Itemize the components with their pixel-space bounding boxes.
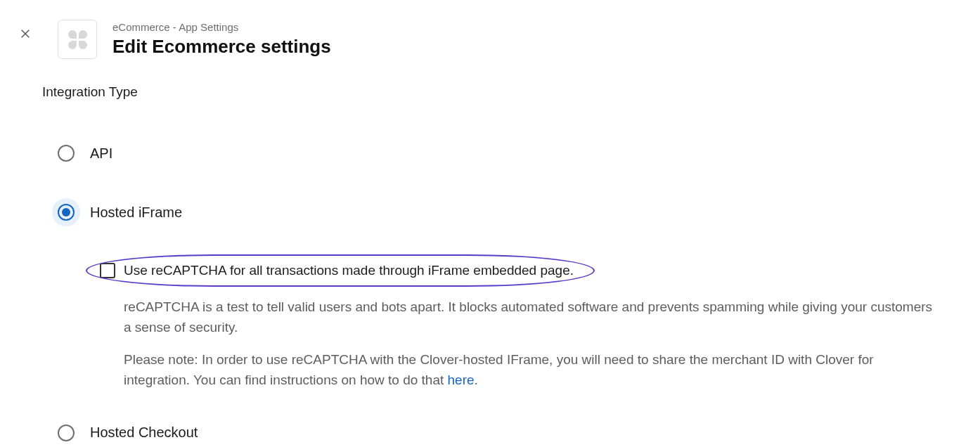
radio-icon xyxy=(58,145,75,162)
radio-label-hosted-iframe: Hosted iFrame xyxy=(90,205,182,221)
help2-suffix: . xyxy=(475,372,478,387)
radio-label-api: API xyxy=(90,145,112,162)
main-content: eCommerce - App Settings Edit Ecommerce … xyxy=(58,20,966,447)
breadcrumb: eCommerce - App Settings xyxy=(112,21,331,33)
radio-label-hosted-checkout: Hosted Checkout xyxy=(90,425,198,441)
hosted-iframe-sub-options: Use reCAPTCHA for all transactions made … xyxy=(90,257,966,402)
radio-icon xyxy=(58,425,75,441)
recaptcha-instructions-link[interactable]: here xyxy=(448,372,475,387)
close-icon xyxy=(19,27,32,40)
app-icon xyxy=(58,20,97,59)
close-button[interactable] xyxy=(14,22,37,45)
recaptcha-help-text-1: reCAPTCHA is a test to tell valid users … xyxy=(124,297,939,338)
recaptcha-checkbox-row: Use reCAPTCHA for all transactions made … xyxy=(90,257,591,284)
recaptcha-checkbox[interactable] xyxy=(100,263,115,278)
recaptcha-checkbox-label: Use reCAPTCHA for all transactions made … xyxy=(124,263,574,278)
radio-icon xyxy=(58,204,75,221)
help2-prefix: Please note: In order to use reCAPTCHA w… xyxy=(124,352,874,387)
radio-option-hosted-iframe[interactable]: Hosted iFrame xyxy=(58,198,966,226)
section-title: Integration Type xyxy=(42,84,966,100)
recaptcha-help-text-2: Please note: In order to use reCAPTCHA w… xyxy=(124,349,939,391)
radio-option-api[interactable]: API xyxy=(58,139,966,167)
settings-dialog: eCommerce - App Settings Edit Ecommerce … xyxy=(0,0,980,447)
dialog-header: eCommerce - App Settings Edit Ecommerce … xyxy=(58,20,966,59)
integration-type-radio-group: API Hosted iFrame Use reCAPTCHA for all … xyxy=(58,139,966,447)
page-title: Edit Ecommerce settings xyxy=(112,36,331,58)
radio-option-hosted-checkout[interactable]: Hosted Checkout xyxy=(58,419,966,447)
